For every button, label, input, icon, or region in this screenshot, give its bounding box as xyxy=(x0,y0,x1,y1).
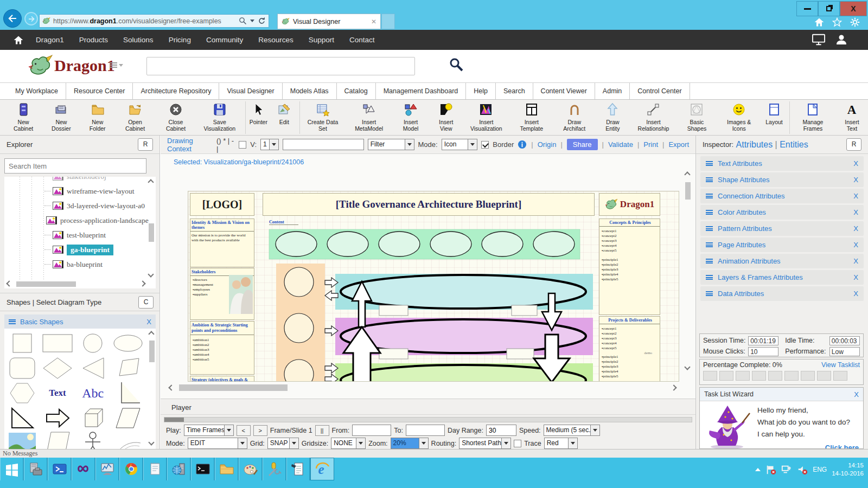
inspector-section[interactable]: Pattern Attributes X xyxy=(700,221,864,236)
scroll-left-icon[interactable] xyxy=(6,280,12,286)
menu-tab[interactable]: Admin xyxy=(595,83,630,99)
shape-abc[interactable]: Abc xyxy=(82,386,104,401)
blueprint-page[interactable]: [LOGO] [Title Governance Architecture Bl… xyxy=(188,191,679,382)
close-button[interactable]: X xyxy=(840,1,867,16)
shape-arrow-right[interactable] xyxy=(44,406,71,430)
shape-cube[interactable] xyxy=(80,406,106,430)
shape-person[interactable] xyxy=(81,431,105,449)
taskbar-button[interactable] xyxy=(191,458,215,480)
menu-tab[interactable]: Catalog xyxy=(337,83,376,99)
tree-item[interactable]: ba-blueprint xyxy=(4,257,147,272)
inspector-section[interactable]: Animation Attributes X xyxy=(700,254,864,268)
trace-checkbox[interactable] xyxy=(514,440,521,447)
blueprint-projects-box[interactable]: Projects & Deliverables concept1concept2… xyxy=(599,316,660,382)
nav-item[interactable]: Support xyxy=(309,36,334,44)
toolbar-button[interactable]: Open Cabinet xyxy=(115,101,155,134)
blueprint-title-box[interactable]: [Title Governance Architecture Blueprint… xyxy=(263,193,595,216)
gridsize-select[interactable]: NONE xyxy=(331,438,366,449)
filter-select[interactable]: Filter xyxy=(368,139,414,150)
shape-square[interactable] xyxy=(12,332,33,354)
canvas-vertical-scrollbar[interactable] xyxy=(684,170,692,371)
scroll-up-icon[interactable] xyxy=(148,179,154,185)
menu-tab[interactable]: My Workplace xyxy=(8,83,66,99)
scroll-right-icon[interactable] xyxy=(139,280,145,286)
menu-burger-icon[interactable] xyxy=(110,62,123,68)
canvas-horizontal-scrollbar[interactable] xyxy=(167,383,678,392)
taskbar-button[interactable] xyxy=(167,458,191,480)
brand-name[interactable]: Dragon1 xyxy=(54,56,115,75)
toolbar-button[interactable]: Create Data Set xyxy=(299,101,346,134)
new-tab-stub[interactable] xyxy=(381,14,395,29)
toolbar-button[interactable]: Pointer xyxy=(245,101,271,134)
player-timeline[interactable] xyxy=(164,417,692,422)
taskbar-button[interactable] xyxy=(263,458,286,480)
section-close[interactable]: X xyxy=(853,208,858,216)
routing-select[interactable]: Shortest Path xyxy=(459,438,511,449)
inspector-tab-attributes[interactable]: Attributes xyxy=(736,140,773,150)
toolbar-button[interactable]: Insert MetaModel xyxy=(346,101,392,134)
scroll-right-icon[interactable] xyxy=(671,384,676,390)
toolbar-button[interactable]: Save Visualization xyxy=(196,101,243,134)
toolbar-button[interactable]: A Insert Text xyxy=(836,101,868,134)
shape-parallelogram[interactable] xyxy=(115,406,141,430)
next-frame-button[interactable]: > xyxy=(253,425,267,436)
menu-tab[interactable]: Models Atlas xyxy=(283,83,337,99)
main-search-input[interactable] xyxy=(146,57,415,75)
menu-tab[interactable]: Visual Designer xyxy=(219,83,282,99)
scroll-down-icon[interactable] xyxy=(148,439,154,445)
nav-item[interactable]: Solutions xyxy=(123,36,154,44)
toolbar-button[interactable]: Insert View xyxy=(429,101,463,134)
scroll-down-icon[interactable] xyxy=(684,364,690,370)
refresh-icon[interactable] xyxy=(258,17,266,25)
shape-hexagon[interactable] xyxy=(9,381,35,405)
home-icon[interactable] xyxy=(814,17,825,28)
volume-icon[interactable] xyxy=(797,464,808,475)
version-select[interactable]: 1 xyxy=(260,139,279,150)
tree-horizontal-scrollbar[interactable] xyxy=(4,280,156,288)
section-close[interactable]: X xyxy=(853,241,858,249)
toolbar-button[interactable]: Layout xyxy=(761,101,787,134)
wizard-close[interactable]: X xyxy=(854,390,859,399)
shape-right-triangle[interactable] xyxy=(9,406,35,430)
toolbar-button[interactable]: Images & Icons xyxy=(717,101,761,134)
toolbar-button[interactable]: Manage Frames xyxy=(789,101,836,134)
tree-item[interactable]: wireframe-view-layout xyxy=(4,184,147,198)
inspector-section[interactable]: Shape Attributes X xyxy=(700,172,864,187)
scroll-down-icon[interactable] xyxy=(148,271,154,277)
scroll-up-icon[interactable] xyxy=(684,171,690,177)
back-button[interactable] xyxy=(3,9,22,28)
border-checkbox[interactable] xyxy=(481,141,489,149)
dragon1-logo[interactable] xyxy=(28,53,53,78)
blueprint-concepts-box[interactable]: Concepts & Principles concept1concept2co… xyxy=(599,219,660,315)
basic-shapes-bar[interactable]: Basic Shapes X xyxy=(4,314,156,329)
toolbar-button[interactable]: Insert Visualization xyxy=(463,101,509,134)
menu-tab[interactable]: Content Viewer xyxy=(533,83,595,99)
language-indicator[interactable]: ENG xyxy=(813,466,827,473)
shape-circle[interactable] xyxy=(82,332,104,354)
restore-button[interactable] xyxy=(818,1,840,16)
shapes-vertical-scrollbar[interactable] xyxy=(147,329,156,449)
blueprint-diagram[interactable] xyxy=(268,219,594,382)
menu-tab[interactable]: Search xyxy=(496,83,533,99)
info-icon[interactable] xyxy=(518,140,527,149)
taskbar-button[interactable] xyxy=(48,458,72,480)
wizard-click-here-link[interactable]: Click here xyxy=(825,444,859,449)
user-avatar-icon[interactable] xyxy=(834,33,848,46)
shape-triangle-left[interactable] xyxy=(80,356,106,380)
nav-item[interactable]: Resources xyxy=(258,36,293,44)
settings-gear-icon[interactable] xyxy=(850,17,860,28)
menu-tab[interactable]: Control Center xyxy=(630,83,690,99)
blueprint-brand-box[interactable]: Dragon1 xyxy=(599,193,660,216)
nav-item[interactable]: Pricing xyxy=(169,36,191,44)
inspector-section[interactable]: Data Attributes X xyxy=(700,286,864,301)
shape-diamond[interactable] xyxy=(42,356,73,380)
menu-tab[interactable]: Help xyxy=(466,83,496,99)
pause-button[interactable]: || xyxy=(315,425,329,436)
search-dropdown-caret-icon[interactable] xyxy=(250,20,254,22)
nav-item[interactable]: Community xyxy=(206,36,243,44)
from-input[interactable] xyxy=(352,425,391,436)
nav-item[interactable]: Products xyxy=(79,36,108,44)
taskbar-button[interactable] xyxy=(72,458,95,480)
blueprint-logo-box[interactable]: [LOGO] xyxy=(190,193,254,216)
tree-item[interactable]: stakeholder0j xyxy=(4,177,147,184)
